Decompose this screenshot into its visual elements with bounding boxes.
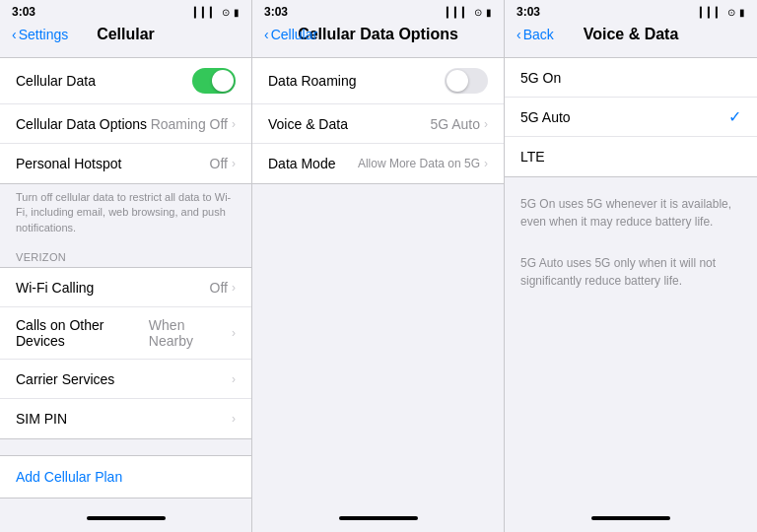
voice-data-options-group: 5G On 5G Auto ✓ LTE <box>505 57 757 177</box>
nav-bar-2: ‹ Cellular Cellular Data Options <box>252 22 504 49</box>
page-title-3: Voice & Data <box>584 26 679 43</box>
cellular-data-label: Cellular Data <box>16 73 96 89</box>
calls-other-right: When Nearby › <box>149 317 236 349</box>
chevron-right-icon-4: › <box>232 326 236 340</box>
chevron-right-icon: › <box>232 117 236 131</box>
add-cellular-plan-section[interactable]: Add Cellular Plan <box>0 455 251 499</box>
status-bar-2: 3:03 ▎▎▎ ⊙ ▮ <box>252 0 504 22</box>
chevron-left-icon-3: ‹ <box>516 27 521 42</box>
wifi-icon-2: ⊙ <box>474 7 482 18</box>
wifi-calling-value: Off <box>210 280 228 296</box>
voice-data-item[interactable]: Voice & Data 5G Auto › <box>252 104 504 144</box>
time-3: 3:03 <box>516 5 540 19</box>
signal-icon-2: ▎▎▎ <box>447 7 470 18</box>
chevron-right-icon-2: › <box>232 157 236 170</box>
5g-auto-item[interactable]: 5G Auto ✓ <box>505 98 757 137</box>
roaming-value: Roaming Off <box>151 116 228 132</box>
back-label-2: Cellular <box>271 27 317 42</box>
add-plan-label: Add Cellular Plan <box>16 469 122 485</box>
5g-auto-label: 5G Auto <box>520 109 571 125</box>
5g-on-item[interactable]: 5G On <box>505 58 757 98</box>
voice-data-right: 5G Auto › <box>430 116 488 132</box>
calls-other-devices-item[interactable]: Calls on Other Devices When Nearby › <box>0 307 251 360</box>
cellular-data-item[interactable]: Cellular Data <box>0 58 251 104</box>
sim-pin-item[interactable]: SIM PIN › <box>0 399 251 438</box>
chevron-right-icon-6: › <box>232 412 236 426</box>
nav-bar-3: ‹ Back Voice & Data <box>505 22 757 49</box>
5g-auto-description: 5G Auto uses 5G only when it will not si… <box>505 246 757 298</box>
cellular-data-options-right: Roaming Off › <box>151 116 236 132</box>
sim-pin-label: SIM PIN <box>16 411 67 427</box>
calls-other-value: When Nearby <box>149 317 228 349</box>
data-mode-label: Data Mode <box>268 156 335 171</box>
data-roaming-toggle[interactable] <box>445 68 488 94</box>
chevron-left-icon-1: ‹ <box>12 27 17 42</box>
5g-auto-checkmark: ✓ <box>728 107 741 126</box>
5g-on-label: 5G On <box>520 70 561 86</box>
status-bar-3: 3:03 ▎▎▎ ⊙ ▮ <box>505 0 757 22</box>
personal-hotspot-item[interactable]: Personal Hotspot Off › <box>0 144 251 183</box>
back-label-1: Settings <box>19 27 69 42</box>
cellular-info-text: Turn off cellular data to restrict all d… <box>0 184 251 241</box>
verizon-header: VERIZON <box>0 241 251 267</box>
personal-hotspot-label: Personal Hotspot <box>16 156 121 171</box>
lte-item[interactable]: LTE <box>505 137 757 176</box>
wifi-calling-label: Wi-Fi Calling <box>16 280 94 296</box>
panel-cellular: 3:03 ▎▎▎ ⊙ ▮ ‹ Settings Cellular Cellula… <box>0 0 252 532</box>
data-mode-right: Allow More Data on 5G › <box>358 157 488 170</box>
time-1: 3:03 <box>12 5 35 19</box>
data-mode-value: Allow More Data on 5G <box>358 157 480 170</box>
calls-other-label: Calls on Other Devices <box>16 317 149 349</box>
home-indicator-1 <box>87 516 166 520</box>
page-title-1: Cellular <box>97 26 155 43</box>
voice-data-label: Voice & Data <box>268 116 348 132</box>
battery-icon-3: ▮ <box>739 7 745 18</box>
signal-icon-3: ▎▎▎ <box>700 7 723 18</box>
status-icons-1: ▎▎▎ ⊙ ▮ <box>194 7 240 18</box>
data-mode-item[interactable]: Data Mode Allow More Data on 5G › <box>252 144 504 183</box>
chevron-right-icon-8: › <box>484 157 488 170</box>
cellular-data-options-item[interactable]: Cellular Data Options Roaming Off › <box>0 104 251 144</box>
sim-pin-right: › <box>232 412 236 426</box>
wifi-icon-3: ⊙ <box>727 7 735 18</box>
nav-bar-1: ‹ Settings Cellular <box>0 22 251 49</box>
back-label-3: Back <box>523 27 554 42</box>
panel-voice-data: 3:03 ▎▎▎ ⊙ ▮ ‹ Back Voice & Data 5G On 5… <box>505 0 757 532</box>
page-title-2: Cellular Data Options <box>298 26 458 43</box>
back-to-cellular[interactable]: ‹ Cellular <box>264 27 317 42</box>
wifi-calling-item[interactable]: Wi-Fi Calling Off › <box>0 268 251 307</box>
carrier-services-right: › <box>232 372 236 386</box>
status-icons-2: ▎▎▎ ⊙ ▮ <box>447 7 492 18</box>
wifi-calling-right: Off › <box>210 280 236 296</box>
carrier-services-label: Carrier Services <box>16 371 114 387</box>
hotspot-right: Off › <box>210 156 236 171</box>
battery-icon-2: ▮ <box>486 7 492 18</box>
back-to-cellular-data-options[interactable]: ‹ Back <box>516 27 554 42</box>
chevron-right-icon-5: › <box>232 372 236 386</box>
wifi-icon-1: ⊙ <box>222 7 230 18</box>
chevron-right-icon-3: › <box>232 281 236 295</box>
battery-icon-1: ▮ <box>234 7 240 18</box>
panel-cellular-data-options: 3:03 ▎▎▎ ⊙ ▮ ‹ Cellular Cellular Data Op… <box>252 0 505 532</box>
lte-label: LTE <box>520 149 545 165</box>
data-roaming-label: Data Roaming <box>268 73 357 89</box>
data-options-group: Data Roaming Voice & Data 5G Auto › Data… <box>252 57 504 184</box>
home-indicator-3 <box>591 516 670 520</box>
chevron-right-icon-7: › <box>484 117 488 131</box>
status-bar-1: 3:03 ▎▎▎ ⊙ ▮ <box>0 0 251 22</box>
5g-on-description: 5G On uses 5G whenever it is available, … <box>505 187 757 238</box>
data-roaming-item[interactable]: Data Roaming <box>252 58 504 104</box>
cellular-main-group: Cellular Data Cellular Data Options Roam… <box>0 57 251 184</box>
signal-icon-1: ▎▎▎ <box>194 7 218 18</box>
voice-data-value: 5G Auto <box>430 116 480 132</box>
carrier-services-item[interactable]: Carrier Services › <box>0 360 251 399</box>
status-icons-3: ▎▎▎ ⊙ ▮ <box>700 7 745 18</box>
cellular-data-toggle[interactable] <box>192 68 236 94</box>
cellular-data-options-label: Cellular Data Options <box>16 116 147 132</box>
chevron-left-icon-2: ‹ <box>264 27 269 42</box>
hotspot-value: Off <box>210 156 228 171</box>
back-to-settings[interactable]: ‹ Settings <box>12 27 68 42</box>
time-2: 3:03 <box>264 5 288 19</box>
carrier-group: Wi-Fi Calling Off › Calls on Other Devic… <box>0 267 251 439</box>
home-indicator-2 <box>339 516 418 520</box>
